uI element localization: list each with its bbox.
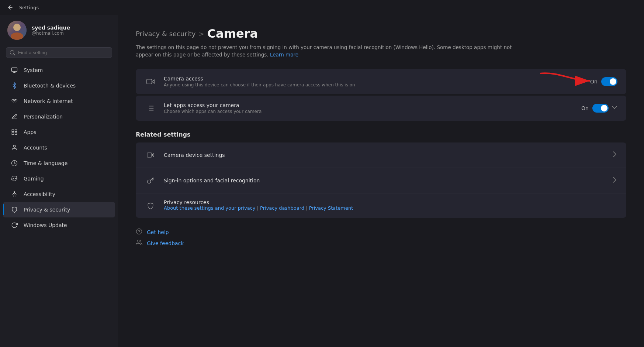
svg-rect-3 [12, 133, 14, 135]
get-help-icon [136, 228, 142, 236]
camera-access-control: On [590, 77, 617, 86]
privacy-nav-icon [10, 206, 18, 214]
main-content: Privacy & security > Camera The settings… [118, 15, 644, 347]
svg-rect-0 [12, 68, 17, 72]
give-feedback-link[interactable]: Give feedback [136, 239, 626, 247]
time-nav-icon [10, 159, 18, 167]
page-description: The settings on this page do not prevent… [136, 44, 527, 59]
sidebar-item-network[interactable]: Network & internet [3, 93, 115, 109]
svg-point-5 [13, 145, 15, 147]
let-apps-row[interactable]: Let apps access your camera Choose which… [136, 96, 626, 121]
camera-icon [145, 76, 156, 87]
sidebar: syed sadique @hotmail.com SystemBluetoot… [0, 15, 118, 347]
breadcrumb-parent[interactable]: Privacy & security [136, 30, 196, 38]
svg-point-9 [14, 192, 15, 193]
related-settings-title: Related settings [136, 131, 626, 138]
privacy-resources-row: Privacy resources About these settings a… [136, 193, 626, 218]
privacy-resources-links: About these settings and your privacy | … [164, 205, 617, 211]
search-icon [10, 50, 15, 55]
camera-access-toggle[interactable] [601, 77, 617, 86]
let-apps-toggle-group [592, 104, 617, 113]
sidebar-item-apps[interactable]: Apps [3, 124, 115, 140]
bluetooth-nav-icon [10, 82, 18, 90]
privacy-dashboard-link[interactable]: Privacy dashboard [260, 205, 304, 211]
get-help-link[interactable]: Get help [136, 228, 626, 236]
system-nav-icon [10, 66, 18, 74]
sidebar-item-label-apps: Apps [24, 129, 37, 135]
svg-rect-10 [147, 79, 152, 84]
avatar [7, 21, 27, 40]
svg-rect-2 [15, 130, 17, 131]
user-info: syed sadique @hotmail.com [32, 25, 70, 36]
let-apps-chevron-icon[interactable] [612, 104, 617, 111]
camera-device-row[interactable]: Camera device settings [136, 142, 626, 168]
camera-device-chevron-icon [612, 151, 617, 159]
user-name: syed sadique [32, 25, 70, 31]
camera-access-title: Camera access [164, 76, 583, 82]
sidebar-item-label-windows-update: Windows Update [24, 222, 67, 228]
let-apps-card: Let apps access your camera Choose which… [136, 96, 626, 121]
titlebar: Settings [0, 0, 644, 15]
camera-access-card: Camera access Anyone using this device c… [136, 69, 626, 94]
list-icon [145, 102, 156, 114]
let-apps-subtitle: Choose which apps can access your camera [164, 109, 574, 114]
nav-list: SystemBluetooth & devicesNetwork & inter… [0, 62, 118, 233]
key-icon [145, 175, 156, 186]
apps-nav-icon [10, 128, 18, 136]
accounts-nav-icon [10, 144, 18, 152]
svg-point-21 [137, 240, 139, 242]
user-profile[interactable]: syed sadique @hotmail.com [0, 15, 118, 47]
sidebar-item-accounts[interactable]: Accounts [3, 140, 115, 155]
sidebar-item-accessibility[interactable]: Accessibility [3, 186, 115, 202]
shield-icon [145, 200, 156, 212]
camera-access-row[interactable]: Camera access Anyone using this device c… [136, 69, 626, 94]
app-layout: syed sadique @hotmail.com SystemBluetoot… [0, 15, 644, 347]
sidebar-item-privacy[interactable]: Privacy & security [3, 202, 115, 217]
sign-in-row[interactable]: Sign-in options and facial recognition [136, 168, 626, 193]
sidebar-item-label-gaming: Gaming [24, 176, 44, 182]
let-apps-text: Let apps access your camera Choose which… [164, 102, 574, 114]
let-apps-toggle[interactable] [592, 104, 609, 113]
gaming-nav-icon [10, 175, 18, 183]
sign-in-chevron-icon [612, 177, 617, 184]
personalization-nav-icon [10, 113, 18, 121]
footer-links: Get help Give feedback [136, 228, 626, 247]
privacy-resources-title: Privacy resources [164, 199, 617, 205]
let-apps-title: Let apps access your camera [164, 102, 574, 108]
accessibility-nav-icon [10, 190, 18, 198]
back-button[interactable] [6, 3, 15, 12]
network-nav-icon [10, 97, 18, 105]
search-box[interactable] [6, 47, 112, 58]
svg-point-7 [15, 178, 16, 179]
sidebar-item-label-bluetooth: Bluetooth & devices [24, 83, 76, 89]
sidebar-item-windows-update[interactable]: Windows Update [3, 217, 115, 233]
sidebar-item-bluetooth[interactable]: Bluetooth & devices [3, 78, 115, 93]
sidebar-item-gaming[interactable]: Gaming [3, 171, 115, 186]
app-title: Settings [19, 5, 39, 10]
give-feedback-icon [136, 239, 142, 247]
privacy-resources-content: Privacy resources About these settings a… [164, 199, 617, 211]
learn-more-link[interactable]: Learn more [270, 52, 298, 58]
search-container [0, 47, 118, 62]
search-input[interactable] [18, 50, 108, 55]
windows-update-nav-icon [10, 221, 18, 229]
user-email: @hotmail.com [32, 31, 70, 36]
about-settings-link[interactable]: About these settings and your privacy [164, 205, 255, 211]
sidebar-item-time[interactable]: Time & language [3, 155, 115, 171]
sidebar-item-personalization[interactable]: Personalization [3, 109, 115, 124]
sidebar-item-system[interactable]: System [3, 62, 115, 78]
camera-access-subtitle: Anyone using this device can choose if t… [164, 82, 583, 87]
sidebar-item-label-time: Time & language [24, 160, 67, 166]
svg-point-19 [136, 229, 142, 234]
camera-device-icon [145, 149, 156, 161]
related-settings-card: Camera device settings Sign-in options a… [136, 142, 626, 218]
give-feedback-label: Give feedback [147, 240, 184, 246]
sidebar-item-label-network: Network & internet [24, 98, 73, 104]
sidebar-item-label-privacy: Privacy & security [24, 207, 70, 213]
svg-rect-18 [147, 153, 152, 157]
svg-point-8 [16, 178, 17, 179]
camera-device-title: Camera device settings [164, 152, 604, 158]
privacy-statement-link[interactable]: Privacy Statement [309, 205, 353, 211]
svg-rect-4 [15, 133, 17, 135]
breadcrumb-current: Camera [207, 27, 258, 41]
